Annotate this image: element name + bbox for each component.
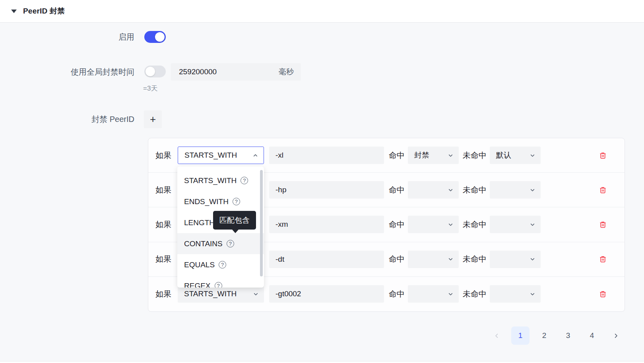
hit-action-select[interactable] (408, 181, 459, 199)
chevron-up-icon (253, 153, 258, 158)
pattern-input[interactable] (269, 216, 384, 233)
chevron-left-icon (494, 333, 500, 339)
miss-action-select[interactable] (490, 181, 541, 199)
miss-action-select[interactable] (490, 251, 541, 268)
page-button-2[interactable]: 2 (535, 326, 553, 345)
section-body: 启用 使用全局封禁时间 毫秒 =3天 封禁 PeerID + 如果 STARTS… (0, 23, 644, 361)
delete-rule-button[interactable] (596, 218, 609, 231)
pattern-input[interactable] (269, 285, 384, 303)
page-button-1[interactable]: 1 (511, 326, 530, 345)
dropdown-scrollbar[interactable] (260, 170, 263, 276)
operator-select[interactable]: STARTS_WITH (178, 285, 264, 303)
duration-hint: =3天 (143, 84, 157, 93)
hit-action-select[interactable]: 封禁 (408, 147, 459, 164)
chevron-down-icon (530, 153, 535, 158)
chevron-down-icon (530, 187, 535, 193)
ban-peerid-label: 封禁 PeerID (0, 114, 134, 125)
option-label: LENGTH (184, 218, 215, 227)
delete-rule-button[interactable] (596, 183, 609, 197)
operator-value: STARTS_WITH (184, 151, 237, 160)
toggle-knob (155, 32, 165, 42)
delete-rule-button[interactable] (596, 253, 609, 266)
chevron-down-icon (530, 222, 535, 227)
dropdown-option-starts-with[interactable]: STARTS_WITH ? (177, 170, 264, 191)
tooltip: 匹配包含 (213, 211, 256, 230)
tooltip-text: 匹配包含 (219, 216, 250, 224)
miss-label: 未命中 (463, 219, 487, 230)
chevron-down-icon (448, 222, 453, 227)
help-icon[interactable]: ? (241, 177, 248, 184)
miss-action-select[interactable] (490, 285, 541, 303)
plus-icon: + (150, 114, 156, 124)
chevron-down-icon (253, 292, 258, 297)
dropdown-option-ends-with[interactable]: ENDS_WITH ? (177, 191, 264, 212)
miss-action-select[interactable]: 默认 (490, 147, 541, 164)
hit-label: 命中 (389, 150, 405, 161)
section-title: PeerID 封禁 (23, 6, 65, 16)
help-icon[interactable]: ? (215, 282, 222, 288)
add-rule-button[interactable]: + (144, 110, 162, 128)
trash-icon (599, 221, 607, 228)
chevron-down-icon (530, 257, 535, 262)
page-button-4[interactable]: 4 (583, 326, 601, 345)
if-label: 如果 (155, 219, 172, 230)
help-icon[interactable]: ? (233, 198, 240, 205)
chevron-down-icon (448, 292, 453, 297)
dropdown-option-regex[interactable]: REGEX ? (177, 275, 264, 288)
miss-label: 未命中 (463, 185, 487, 195)
option-label: REGEX (184, 282, 211, 288)
hit-action-select[interactable] (408, 251, 459, 268)
ban-duration-field: 毫秒 (171, 63, 301, 81)
chevron-down-icon (448, 257, 453, 262)
next-page-button[interactable] (607, 326, 625, 345)
collapse-triangle-icon[interactable] (11, 10, 17, 13)
hit-label: 命中 (389, 289, 405, 299)
option-label: EQUALS (184, 261, 215, 269)
trash-icon (599, 290, 607, 298)
if-label: 如果 (155, 289, 172, 299)
peerid-ban-panel: PeerID 封禁 启用 使用全局封禁时间 毫秒 =3天 封禁 PeerID +… (0, 0, 644, 363)
help-icon[interactable]: ? (219, 261, 226, 268)
operator-value: STARTS_WITH (184, 290, 237, 298)
ban-duration-unit: 毫秒 (279, 67, 294, 77)
if-label: 如果 (155, 254, 172, 265)
dropdown-option-equals[interactable]: EQUALS ? (177, 254, 264, 275)
help-icon[interactable]: ? (227, 240, 234, 247)
pattern-input[interactable] (269, 251, 384, 268)
page-button-3[interactable]: 3 (559, 326, 577, 345)
trash-icon (599, 152, 607, 159)
if-label: 如果 (155, 150, 172, 161)
pattern-input[interactable] (269, 181, 384, 199)
option-label: STARTS_WITH (184, 176, 237, 185)
chevron-down-icon (530, 292, 535, 297)
toggle-knob (145, 67, 155, 76)
hit-action-select[interactable] (408, 285, 459, 303)
chevron-down-icon (448, 153, 453, 158)
enable-label: 启用 (0, 31, 134, 42)
prev-page-button[interactable] (487, 326, 506, 345)
hit-label: 命中 (389, 219, 405, 230)
option-label: ENDS_WITH (184, 197, 229, 206)
global-ban-time-toggle[interactable] (144, 66, 166, 77)
enable-toggle[interactable] (144, 31, 166, 43)
miss-label: 未命中 (463, 150, 487, 161)
delete-rule-button[interactable] (596, 149, 609, 162)
pattern-input[interactable] (269, 147, 384, 164)
section-header[interactable]: PeerID 封禁 (0, 0, 644, 23)
global-ban-time-label: 使用全局封禁时间 (0, 66, 134, 77)
delete-rule-button[interactable] (596, 287, 609, 301)
miss-action-value: 默认 (496, 150, 511, 160)
chevron-right-icon (613, 333, 619, 339)
hit-label: 命中 (389, 185, 405, 195)
miss-label: 未命中 (463, 289, 487, 299)
miss-label: 未命中 (463, 254, 487, 265)
miss-action-select[interactable] (490, 216, 541, 233)
hit-action-select[interactable] (408, 216, 459, 233)
pagination: 1 2 3 4 (487, 326, 625, 345)
dropdown-option-contains[interactable]: CONTAINS ? (177, 233, 264, 254)
option-label: CONTAINS (184, 239, 223, 248)
ban-duration-input[interactable] (179, 68, 279, 76)
tooltip-arrow (232, 230, 239, 233)
operator-select[interactable]: STARTS_WITH (178, 147, 264, 164)
hit-action-value: 封禁 (414, 150, 429, 160)
